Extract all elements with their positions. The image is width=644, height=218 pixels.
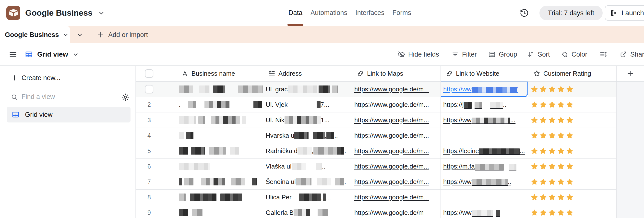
address-cell[interactable]: Šenoina ul . (263, 174, 352, 189)
link-to-website-cell[interactable] (441, 190, 528, 205)
nav-tab-automations[interactable]: Automations (310, 0, 347, 26)
star-filled-icon[interactable] (566, 147, 574, 155)
customer-rating-cell[interactable] (528, 143, 616, 158)
link-to-website-cell[interactable]: https://j.. (441, 97, 528, 112)
link-to-website-cell[interactable]: https://ww' (441, 82, 528, 97)
star-filled-icon[interactable] (566, 194, 574, 201)
address-cell[interactable]: Ul. Nik 1... (263, 112, 352, 128)
star-filled-icon[interactable] (557, 116, 565, 124)
maps-link[interactable]: https://www.google.de/m (354, 209, 424, 216)
star-filled-icon[interactable] (540, 178, 547, 186)
link-to-website-cell[interactable]: https://ww (441, 205, 528, 218)
link-to-maps-cell[interactable]: https://www.google.de/m... (352, 128, 441, 143)
hide-fields-button[interactable]: Hide fields (398, 43, 439, 66)
star-filled-icon[interactable] (531, 101, 538, 108)
star-filled-icon[interactable] (548, 163, 556, 170)
business-name-cell[interactable] (176, 174, 263, 189)
star-filled-icon[interactable] (557, 209, 565, 216)
add-field-button[interactable] (616, 66, 644, 81)
customer-rating-cell[interactable] (528, 97, 616, 112)
address-cell[interactable]: Radnička d, . (263, 143, 352, 158)
sort-button[interactable]: Sort (527, 43, 550, 66)
maps-link[interactable]: https://www.google.de/m... (354, 178, 429, 186)
address-cell[interactable]: Vlaška ul .. (263, 159, 352, 174)
star-filled-icon[interactable] (548, 101, 556, 108)
star-filled-icon[interactable] (540, 209, 547, 216)
row-height-button[interactable] (600, 43, 607, 66)
maps-link[interactable]: https://www.google.de/m... (354, 132, 429, 139)
history-icon[interactable] (520, 8, 529, 18)
row-number-cell[interactable]: 7 (136, 174, 176, 189)
address-cell[interactable]: Hvarska u, .. (263, 128, 352, 143)
column-header-business-name[interactable]: Business name (176, 66, 263, 81)
star-filled-icon[interactable] (566, 132, 574, 139)
customer-rating-cell[interactable] (528, 82, 616, 97)
link-to-maps-cell[interactable]: https://www.google.de/m... (352, 159, 441, 174)
star-filled-icon[interactable] (531, 147, 538, 155)
column-header-address[interactable]: Address (263, 66, 352, 81)
link-to-website-cell[interactable]: https://lecine... (441, 143, 528, 158)
launch-button[interactable]: Launch (605, 6, 644, 20)
link-to-maps-cell[interactable]: https://www.google.de/m... (352, 143, 441, 158)
star-filled-icon[interactable] (548, 178, 556, 186)
business-name-cell[interactable]: .. (176, 97, 263, 112)
star-filled-icon[interactable] (557, 101, 565, 108)
address-cell[interactable]: Galleria B (263, 205, 352, 218)
star-filled-icon[interactable] (548, 194, 556, 201)
business-name-cell[interactable] (176, 205, 263, 218)
maps-link[interactable]: https://www.google.de/m... (354, 101, 429, 108)
customer-rating-cell[interactable] (528, 112, 616, 128)
star-filled-icon[interactable] (566, 86, 574, 93)
link-to-maps-cell[interactable]: https://www.google.de/m (352, 205, 441, 218)
nav-tab-forms[interactable]: Forms (392, 0, 412, 26)
customer-rating-cell[interactable] (528, 190, 616, 205)
link-to-maps-cell[interactable]: https://www.google.de/m... (352, 174, 441, 189)
star-filled-icon[interactable] (557, 86, 565, 93)
star-filled-icon[interactable] (566, 209, 574, 216)
link-to-website-cell[interactable] (441, 128, 528, 143)
maps-link[interactable]: https://www.google.de/m... (354, 194, 429, 201)
row-number-cell[interactable]: 3 (136, 112, 176, 128)
row-number-cell[interactable] (136, 82, 176, 97)
star-filled-icon[interactable] (540, 132, 547, 139)
link-to-website-cell[interactable]: https://ww.. (441, 174, 528, 189)
business-name-cell[interactable] (176, 128, 263, 143)
link-to-maps-cell[interactable]: https://www.google.de/m... (352, 112, 441, 128)
address-cell[interactable]: Ulica Per, ... (263, 190, 352, 205)
star-filled-icon[interactable] (548, 132, 556, 139)
trial-badge[interactable]: Trial: 7 days left (540, 6, 602, 20)
address-cell[interactable]: Ul. grac... (263, 82, 352, 97)
star-filled-icon[interactable] (540, 163, 547, 170)
business-name-cell[interactable] (176, 159, 263, 174)
group-button[interactable]: Group (488, 43, 517, 66)
star-filled-icon[interactable] (540, 194, 547, 201)
maps-link[interactable]: https://www.google.de/m... (354, 86, 429, 93)
star-filled-icon[interactable] (531, 178, 538, 186)
business-name-cell[interactable] (176, 112, 263, 128)
chevron-down-icon[interactable] (62, 32, 69, 38)
column-header-link-to-maps[interactable]: Link to Maps (352, 66, 441, 81)
star-filled-icon[interactable] (548, 209, 556, 216)
link-to-website-cell[interactable]: https://ww... (441, 112, 528, 128)
star-filled-icon[interactable] (566, 163, 574, 170)
expand-tables-button[interactable] (74, 30, 86, 39)
row-checkbox[interactable] (145, 85, 153, 93)
find-view-search[interactable]: Find a view (0, 92, 136, 103)
filter-button[interactable]: Filter (451, 43, 477, 66)
nav-tab-data[interactable]: Data (288, 0, 302, 26)
create-new-view-button[interactable]: Create new... (0, 72, 136, 84)
row-number-cell[interactable]: 6 (136, 159, 176, 174)
customer-rating-cell[interactable] (528, 174, 616, 189)
sidebar-item-grid-view[interactable]: Grid view (7, 107, 130, 122)
share-button[interactable]: Share (620, 43, 644, 66)
row-number-cell[interactable]: 2 (136, 97, 176, 112)
star-filled-icon[interactable] (566, 178, 574, 186)
row-number-cell[interactable]: 8 (136, 190, 176, 205)
customer-rating-cell[interactable] (528, 159, 616, 174)
link-to-maps-cell[interactable]: https://www.google.de/m... (352, 190, 441, 205)
business-name-cell[interactable] (176, 82, 263, 97)
star-filled-icon[interactable] (531, 86, 538, 93)
star-filled-icon[interactable] (566, 101, 574, 108)
star-filled-icon[interactable] (540, 147, 547, 155)
base-brand[interactable]: Google Business (6, 6, 105, 20)
